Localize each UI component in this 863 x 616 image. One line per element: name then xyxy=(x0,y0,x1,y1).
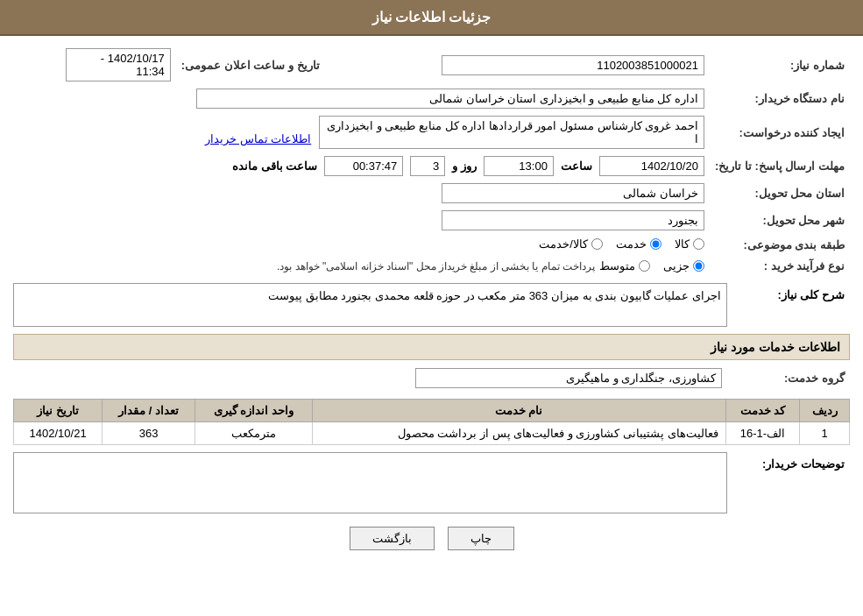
process-jozi[interactable]: جزیی xyxy=(663,259,704,273)
service-group-field: کشاورزی، جنگلداری و ماهیگیری xyxy=(415,368,722,388)
cell-date: 1402/10/21 xyxy=(14,422,103,445)
process-row: جزیی متوسط پرداخت تمام یا بخشی از مبلغ خ… xyxy=(13,256,710,276)
description-label: شرح کلی نیاز: xyxy=(727,283,850,305)
col-header-name: نام خدمت xyxy=(312,400,725,422)
service-group-value: کشاورزی، جنگلداری و ماهیگیری xyxy=(13,365,727,392)
service-group-table: گروه خدمت: کشاورزی، جنگلداری و ماهیگیری xyxy=(13,365,850,392)
main-content: شماره نیاز: 1102003851000021 تاریخ و ساع… xyxy=(0,36,863,568)
buyer-org-field: اداره کل منابع طبیعی و ابخیزداری استان خ… xyxy=(196,89,704,109)
process-label: نوع فرآیند خرید : xyxy=(710,256,850,276)
description-field: اجرای عملیات گابیون بندی به میزان 363 مت… xyxy=(13,283,727,327)
print-button[interactable]: چاپ xyxy=(448,527,514,550)
announcement-label: تاریخ و ساعت اعلان عمومی: xyxy=(176,45,325,85)
province-label: استان محل تحویل: xyxy=(710,180,850,207)
city-field: بجنورد xyxy=(442,210,704,230)
announcement-value: 1402/10/17 - 11:34 xyxy=(13,45,176,85)
cell-unit: مترمکعب xyxy=(195,422,312,445)
city-value: بجنورد xyxy=(13,207,710,234)
days-label: روز و xyxy=(452,159,477,173)
creator-field: احمد غروی کارشناس مسئول امور قراردادها ا… xyxy=(319,116,704,149)
process-note: پرداخت تمام یا بخشی از مبلغ خریداز محل "… xyxy=(277,260,595,273)
service-group-label: گروه خدمت: xyxy=(727,365,850,392)
col-header-date: تاریخ نیاز xyxy=(14,400,103,422)
col-header-row: ردیف xyxy=(800,400,850,422)
remaining-label: ساعت باقی مانده xyxy=(232,159,317,173)
page-container: جزئیات اطلاعات نیاز شماره نیاز: 11020038… xyxy=(0,0,863,616)
col-header-unit: واحد اندازه گیری xyxy=(195,400,312,422)
category-khedmat[interactable]: خدمت xyxy=(616,237,661,251)
creator-label: ایجاد کننده درخواست: xyxy=(710,112,850,152)
creator-value: احمد غروی کارشناس مسئول امور قراردادها ا… xyxy=(13,112,710,152)
province-field: خراسان شمالی xyxy=(442,183,704,203)
buyer-org-label: نام دستگاه خریدار: xyxy=(710,85,850,112)
time-field: 13:00 xyxy=(484,156,554,176)
services-section-title: اطلاعات خدمات مورد نیاز xyxy=(13,334,850,360)
announcement-field: 1402/10/17 - 11:34 xyxy=(66,48,171,81)
need-number-field: 1102003851000021 xyxy=(442,55,704,75)
time-label: ساعت xyxy=(561,159,592,173)
info-table: شماره نیاز: 1102003851000021 تاریخ و ساع… xyxy=(13,45,850,276)
services-table: ردیف کد خدمت نام خدمت واحد اندازه گیری ت… xyxy=(13,399,850,445)
process-motavasset[interactable]: متوسط xyxy=(599,259,650,273)
cell-name: فعالیت‌های پشتیبانی کشاورزی و فعالیت‌های… xyxy=(312,422,725,445)
buyer-comment-label: توضیحات خریدار: xyxy=(727,452,850,474)
buyer-comment-row: توضیحات خریدار: xyxy=(13,452,850,513)
buyer-org-value: اداره کل منابع طبیعی و ابخیزداری استان خ… xyxy=(13,85,710,112)
cell-row: 1 xyxy=(800,422,850,445)
send-date-label: مهلت ارسال پاسخ: تا تاریخ: xyxy=(710,152,850,180)
cell-code: الف-1-16 xyxy=(725,422,800,445)
col-header-code: کد خدمت xyxy=(725,400,800,422)
page-title: جزئیات اطلاعات نیاز xyxy=(372,10,492,25)
cell-qty: 363 xyxy=(103,422,195,445)
days-field: 3 xyxy=(410,156,445,176)
countdown-field: 00:37:47 xyxy=(324,156,403,176)
city-label: شهر محل تحویل: xyxy=(710,207,850,234)
category-label: طبقه بندی موضوعی: xyxy=(710,234,850,256)
col-header-qty: تعداد / مقدار xyxy=(103,400,195,422)
date-field: 1402/10/20 xyxy=(599,156,704,176)
category-options: کالا خدمت کالا/خدمت xyxy=(13,234,710,256)
category-kala[interactable]: کالا xyxy=(675,237,704,251)
need-number-label: شماره نیاز: xyxy=(710,45,850,85)
send-date-row: 1402/10/20 ساعت 13:00 روز و 3 00:37:47 س… xyxy=(13,152,710,180)
need-number-value: 1102003851000021 xyxy=(325,45,710,85)
province-value: خراسان شمالی xyxy=(13,180,710,207)
buyer-comment-field[interactable] xyxy=(13,452,727,513)
creator-link[interactable]: اطلاعات تماس خریدار xyxy=(205,132,311,145)
description-text: اجرای عملیات گابیون بندی به میزان 363 مت… xyxy=(268,289,721,302)
category-kala-khedmat[interactable]: کالا/خدمت xyxy=(539,237,603,251)
page-header: جزئیات اطلاعات نیاز xyxy=(0,0,863,36)
btn-row: چاپ بازگشت xyxy=(13,527,850,550)
back-button[interactable]: بازگشت xyxy=(350,527,435,550)
table-row: 1 الف-1-16 فعالیت‌های پشتیبانی کشاورزی و… xyxy=(14,422,850,445)
description-row: شرح کلی نیاز: اجرای عملیات گابیون بندی ب… xyxy=(13,283,850,327)
